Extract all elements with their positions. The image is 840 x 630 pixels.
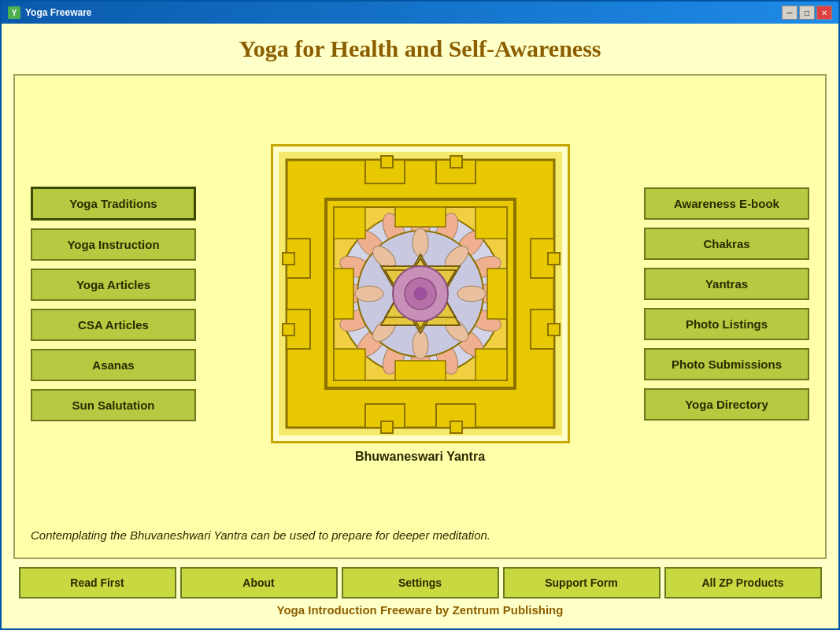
footer-text: Yoga Introduction Freeware by Zentrum Pu… xyxy=(13,603,827,617)
nav-sun-salutation[interactable]: Sun Salutation xyxy=(31,389,196,421)
svg-rect-15 xyxy=(548,253,560,265)
svg-point-40 xyxy=(457,286,486,302)
nav-yoga-directory[interactable]: Yoga Directory xyxy=(644,388,809,421)
nav-yoga-traditions[interactable]: Yoga Traditions xyxy=(31,187,196,220)
right-nav: Awareness E-book Chakras Yantras Photo L… xyxy=(644,187,809,421)
app-icon: Y xyxy=(8,6,20,19)
main-title: Yoga for Health and Self-Awareness xyxy=(13,35,827,62)
main-window: Y Yoga Freeware ─ □ ✕ Yoga for Health an… xyxy=(0,0,840,630)
svg-rect-11 xyxy=(283,253,294,265)
nav-photo-listings[interactable]: Photo Listings xyxy=(644,308,809,340)
yantra-svg xyxy=(279,152,562,435)
svg-rect-9 xyxy=(450,421,462,433)
nav-yantras[interactable]: Yantras xyxy=(644,268,809,300)
btn-support-form[interactable]: Support Form xyxy=(503,567,661,598)
svg-rect-59 xyxy=(334,269,353,319)
btn-about[interactable]: About xyxy=(180,567,338,598)
svg-rect-58 xyxy=(395,361,446,380)
svg-rect-55 xyxy=(334,349,365,380)
svg-rect-5 xyxy=(450,156,462,168)
maximize-button[interactable]: □ xyxy=(799,6,815,20)
center-area: Bhuwaneswari Yantra xyxy=(204,144,636,464)
content-area: Yoga for Health and Self-Awareness Yoga … xyxy=(2,24,838,628)
svg-rect-53 xyxy=(334,207,365,239)
svg-point-42 xyxy=(413,331,428,359)
svg-point-44 xyxy=(355,286,383,302)
quote-text: Contemplating the Bhuvaneshwari Yantra c… xyxy=(31,528,809,542)
svg-rect-60 xyxy=(487,269,507,319)
svg-rect-17 xyxy=(548,324,560,335)
minimize-button[interactable]: ─ xyxy=(782,6,797,20)
nav-awareness-ebook[interactable]: Awareness E-book xyxy=(644,187,809,220)
svg-rect-57 xyxy=(395,207,446,227)
bottom-nav: Read First About Settings Support Form A… xyxy=(13,567,827,598)
svg-rect-54 xyxy=(476,207,507,239)
nav-asanas[interactable]: Asanas xyxy=(31,349,196,381)
btn-read-first[interactable]: Read First xyxy=(19,567,176,598)
window-title: Yoga Freeware xyxy=(25,7,782,18)
middle-section: Yoga Traditions Yoga Instruction Yoga Ar… xyxy=(31,91,809,517)
svg-point-38 xyxy=(413,228,428,257)
svg-rect-3 xyxy=(381,156,393,168)
svg-rect-56 xyxy=(476,349,507,380)
yantra-image xyxy=(271,144,570,443)
nav-chakras[interactable]: Chakras xyxy=(644,228,809,260)
btn-settings[interactable]: Settings xyxy=(342,567,499,598)
main-body: Yoga Traditions Yoga Instruction Yoga Ar… xyxy=(13,74,827,559)
svg-rect-7 xyxy=(381,421,393,433)
svg-rect-13 xyxy=(283,324,294,335)
title-bar: Y Yoga Freeware ─ □ ✕ xyxy=(2,2,838,24)
svg-point-52 xyxy=(414,287,427,300)
nav-csa-articles[interactable]: CSA Articles xyxy=(31,309,196,341)
nav-yoga-articles[interactable]: Yoga Articles xyxy=(31,269,196,301)
nav-photo-submissions[interactable]: Photo Submissions xyxy=(644,348,809,380)
close-button[interactable]: ✕ xyxy=(816,6,832,20)
nav-yoga-instruction[interactable]: Yoga Instruction xyxy=(31,228,196,261)
left-nav: Yoga Traditions Yoga Instruction Yoga Ar… xyxy=(31,187,196,421)
yantra-caption: Bhuwaneswari Yantra xyxy=(355,450,485,464)
btn-all-zp-products[interactable]: All ZP Products xyxy=(664,567,822,598)
window-controls: ─ □ ✕ xyxy=(782,6,832,20)
